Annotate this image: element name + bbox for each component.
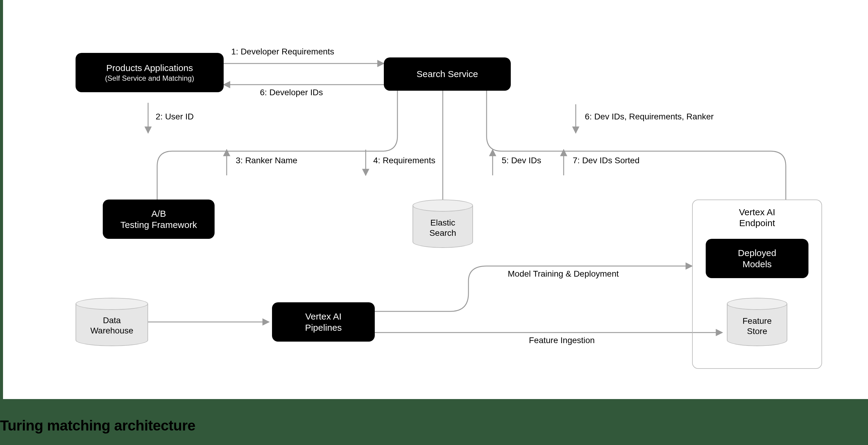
label-dev-ids-req-ranker: 6: Dev IDs, Requirements, Ranker	[585, 112, 714, 121]
label-ranker-name: 3: Ranker Name	[236, 156, 298, 166]
node-deployed-models: Deployed Models	[706, 239, 808, 278]
edge-search-to-ab	[157, 91, 397, 200]
label-developer-ids: 6: Developer IDs	[260, 88, 323, 97]
node-deployed-line2: Models	[743, 259, 772, 270]
node-ab-line1: A/B	[151, 208, 166, 219]
label-requirements: 4: Requirements	[373, 156, 435, 166]
node-ab-testing-framework: A/B Testing Framework	[103, 200, 215, 239]
node-feature-line2: Store	[727, 326, 787, 336]
group-vertex-line2: Endpoint	[693, 218, 822, 229]
node-elastic-line1: Elastic	[412, 218, 473, 228]
node-pipelines-line2: Pipelines	[305, 322, 342, 333]
left-accent-bar	[0, 0, 3, 399]
label-dev-requirements: 1: Developer Requirements	[231, 47, 334, 57]
node-elastic-search: Elastic Search	[412, 200, 473, 248]
node-warehouse-line2: Warehouse	[75, 326, 148, 336]
node-feature-store: Feature Store	[727, 298, 787, 346]
page-root: 1: Developer Requirements 6: Developer I…	[0, 0, 868, 445]
diagram-caption: Turing matching architecture	[0, 417, 195, 434]
label-feature-ingestion: Feature Ingestion	[529, 335, 595, 345]
node-data-warehouse: Data Warehouse	[75, 298, 148, 346]
label-model-training-deployment: Model Training & Deployment	[508, 269, 619, 279]
node-ab-line2: Testing Framework	[120, 219, 197, 231]
node-products-subtitle: (Self Service and Matching)	[105, 74, 194, 83]
label-dev-ids-sorted: 7: Dev IDs Sorted	[573, 156, 640, 166]
node-vertex-ai-pipelines: Vertex AI Pipelines	[272, 302, 375, 342]
label-user-id: 2: User ID	[156, 112, 194, 121]
node-search-title: Search Service	[416, 68, 478, 80]
node-elastic-line2: Search	[412, 228, 473, 238]
edge-search-to-vertex	[487, 91, 786, 200]
group-vertex-line1: Vertex AI	[693, 207, 822, 218]
node-warehouse-line1: Data	[75, 315, 148, 326]
node-products-title: Products Applications	[106, 62, 193, 74]
node-deployed-line1: Deployed	[738, 247, 776, 259]
node-feature-line1: Feature	[727, 316, 787, 326]
node-products-applications: Products Applications (Self Service and …	[75, 53, 224, 92]
node-search-service: Search Service	[384, 57, 511, 91]
architecture-diagram: 1: Developer Requirements 6: Developer I…	[3, 0, 865, 399]
node-pipelines-line1: Vertex AI	[305, 311, 342, 322]
label-dev-ids: 5: Dev IDs	[502, 156, 541, 166]
